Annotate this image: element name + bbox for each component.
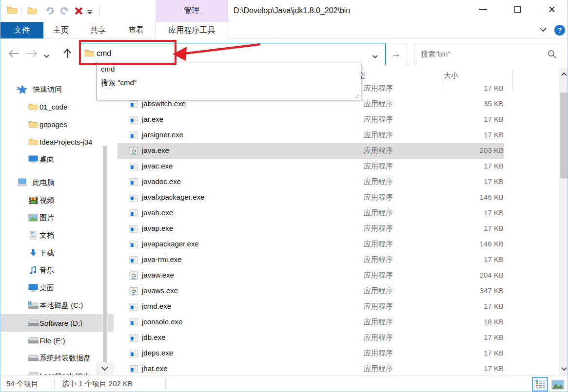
thumbnail-view-button[interactable] <box>551 379 565 390</box>
folder-properties-icon[interactable] <box>27 6 37 17</box>
pictures-icon <box>28 213 39 223</box>
exe-icon <box>129 349 138 358</box>
sidebar-item[interactable]: File (E:) <box>0 332 114 349</box>
file-row[interactable]: javafxpackager.exe应用程序146 KB <box>118 190 504 205</box>
undo-icon[interactable] <box>44 6 55 18</box>
back-icon[interactable] <box>7 49 20 60</box>
ribbon-collapse-icon[interactable] <box>539 26 548 35</box>
search-input[interactable]: 搜索"bin" <box>421 50 450 59</box>
sidebar-item[interactable]: 下载 <box>0 244 114 261</box>
sidebar-item[interactable]: 音乐 <box>0 261 114 279</box>
file-type: 应用程序 <box>364 271 393 280</box>
drive-icon <box>28 371 39 375</box>
exe-icon <box>129 178 138 187</box>
exe-icon <box>129 100 138 109</box>
sidebar-item-label: Software (D:) <box>39 319 82 327</box>
drive-c-icon <box>28 300 39 310</box>
sidebar-item[interactable]: 01_code <box>0 98 114 115</box>
sidebar-item-label: 此电脑 <box>33 178 55 187</box>
sidebar-item[interactable]: 此电脑 <box>0 174 114 191</box>
sidebar-item[interactable]: 视频 <box>0 191 114 209</box>
file-list: 类型 大小 应用程序 17 KB jabswitch.exe应用程序35 KBj… <box>118 68 559 375</box>
file-row[interactable]: jdeps.exe应用程序17 KB <box>118 346 504 361</box>
tab-share[interactable]: 共享 <box>84 22 112 38</box>
file-row[interactable]: javah.exe应用程序17 KB <box>118 205 504 221</box>
list-scrollbar[interactable] <box>559 68 568 375</box>
sidebar-item[interactable]: 本地磁盘 (C:) <box>0 297 114 314</box>
sidebar-scrollbar-thumb[interactable] <box>103 146 107 362</box>
file-type: 应用程序 <box>364 193 393 202</box>
file-row[interactable]: java.exe应用程序203 KB <box>118 143 504 159</box>
address-autocomplete-dropdown: cmd 搜索 "cmd" <box>96 62 361 100</box>
file-type: 应用程序 <box>364 208 393 218</box>
tab-view[interactable]: 查看 <box>122 22 150 38</box>
scroll-up-icon[interactable] <box>559 68 568 80</box>
file-row[interactable]: jcmd.exe应用程序17 KB <box>118 299 504 315</box>
annotation-red-arrow <box>171 39 266 64</box>
address-dropdown-chevron-icon[interactable] <box>372 52 378 61</box>
forward-icon[interactable] <box>26 49 39 60</box>
go-button[interactable]: → <box>386 43 407 65</box>
sidebar-item[interactable]: Software (D:) <box>0 314 114 332</box>
column-separator[interactable] <box>512 71 513 90</box>
exe-icon <box>129 224 138 233</box>
redo-icon[interactable] <box>59 6 70 18</box>
scroll-down-icon[interactable] <box>559 363 568 375</box>
minimize-button[interactable] <box>472 1 494 18</box>
file-name: javap.exe <box>142 224 173 232</box>
exe-icon <box>129 334 138 342</box>
file-row[interactable]: javadoc.exe应用程序17 KB <box>118 174 504 190</box>
dropdown-resize-grip[interactable] <box>354 93 359 98</box>
list-scrollbar-thumb[interactable] <box>560 93 568 178</box>
sidebar-item[interactable]: 图片 <box>0 209 114 226</box>
column-header-size[interactable]: 大小 <box>444 71 458 80</box>
file-size: 17 KB <box>410 177 504 186</box>
sidebar-item-label: 视频 <box>39 196 54 205</box>
sidebar-item[interactable]: 桌面 <box>0 279 114 297</box>
help-icon[interactable]: ? <box>554 25 565 36</box>
customize-caret-icon[interactable] <box>86 8 93 17</box>
recent-locations-chevron-icon[interactable] <box>43 52 50 60</box>
file-name: jabswitch.exe <box>142 99 186 108</box>
sidebar-item[interactable]: 桌面 <box>0 150 114 168</box>
sidebar-scroll-down-icon[interactable] <box>96 362 114 375</box>
delete-x-icon[interactable] <box>74 6 84 18</box>
file-type: 应用程序 <box>364 177 393 187</box>
file-row[interactable]: javapackager.exe应用程序146 KB <box>118 237 504 252</box>
file-size: 17 KB <box>410 255 504 263</box>
file-size: 203 KB <box>410 146 504 154</box>
sidebar-item[interactable]: 文档 <box>0 226 114 244</box>
file-row[interactable]: javac.exe应用程序17 KB <box>118 159 504 174</box>
file-name: javapackager.exe <box>142 240 199 248</box>
autocomplete-item-search[interactable]: 搜索 "cmd" <box>101 78 137 88</box>
file-row[interactable]: jconsole.exe应用程序18 KB <box>118 315 504 330</box>
file-row[interactable]: javaws.exe应用程序347 KB <box>118 283 504 299</box>
file-row[interactable]: javaw.exe应用程序204 KB <box>118 268 504 283</box>
file-row[interactable]: jhat.exe应用程序17 KB <box>118 361 504 375</box>
close-button[interactable]: ✕ <box>541 1 563 18</box>
file-row[interactable]: jdb.exe应用程序17 KB <box>118 330 504 346</box>
tab-file[interactable]: 文件 <box>0 22 43 38</box>
file-size: 17 KB <box>410 84 504 92</box>
search-box[interactable]: 搜索"bin" <box>414 43 562 65</box>
sidebar-item-label: 文档 <box>39 231 54 240</box>
file-row[interactable]: jar.exe应用程序17 KB <box>118 112 504 128</box>
ribbon-tab-row: 文件 主页 共享 查看 应用程序工具 <box>0 22 568 38</box>
status-separator <box>165 379 166 389</box>
file-row[interactable]: java-rmi.exe应用程序17 KB <box>118 252 504 268</box>
documents-icon <box>28 230 39 240</box>
sidebar-item-label: 下载 <box>39 248 54 258</box>
file-row[interactable]: jarsigner.exe应用程序17 KB <box>118 128 504 143</box>
sidebar-item[interactable]: gitpages <box>0 115 114 133</box>
up-icon[interactable] <box>62 48 73 61</box>
details-view-button[interactable] <box>532 377 548 392</box>
maximize-button[interactable] <box>506 1 529 18</box>
navigation-pane: 快速访问01_codegitpagesIdeaProjects-j34桌面此电脑… <box>0 68 114 375</box>
tab-home[interactable]: 主页 <box>47 22 75 38</box>
file-name: jconsole.exe <box>142 317 182 326</box>
autocomplete-item-cmd[interactable]: cmd <box>101 65 115 73</box>
tab-application-tools[interactable]: 应用程序工具 <box>156 22 228 38</box>
file-row[interactable]: javap.exe应用程序17 KB <box>118 221 504 237</box>
title-bar: 管理 D:\Develop\Java\jdk1.8.0_202\bin ✕ <box>0 0 568 22</box>
sidebar-item[interactable]: IdeaProjects-j34 <box>0 133 114 150</box>
